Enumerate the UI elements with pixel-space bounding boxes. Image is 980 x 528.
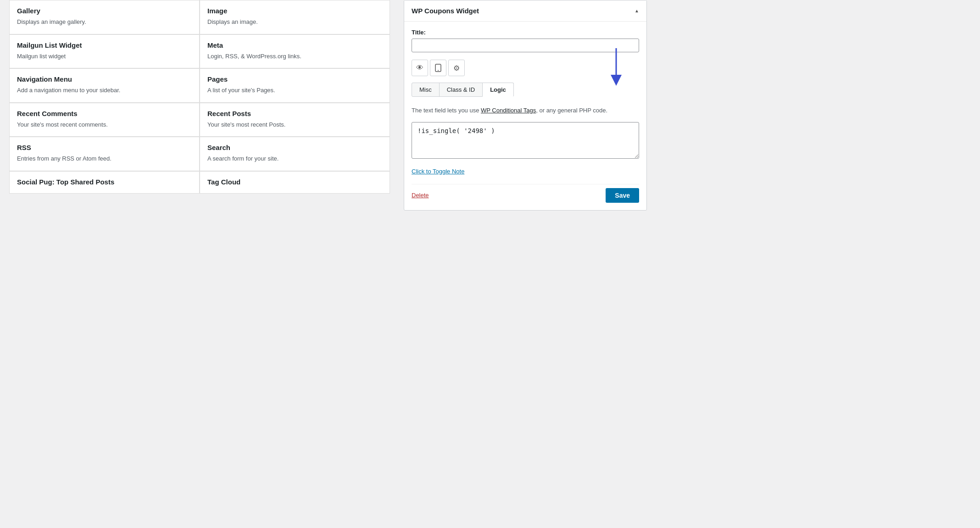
eye-button[interactable]: 👁: [412, 60, 428, 76]
widget-card: GalleryDisplays an image gallery.: [9, 0, 200, 34]
widget-card-title: Gallery: [17, 7, 192, 15]
save-button[interactable]: Save: [606, 188, 639, 203]
widget-box-body: Title: 👁 ⚙: [404, 22, 646, 210]
tab-logic[interactable]: Logic: [482, 83, 514, 97]
widget-card: Recent CommentsYour site's most recent c…: [9, 103, 200, 137]
widget-card: Navigation MenuAdd a navigation menu to …: [9, 68, 200, 103]
svg-point-1: [438, 70, 439, 71]
tab-class-id[interactable]: Class & ID: [439, 83, 483, 97]
logic-textarea[interactable]: [412, 122, 639, 159]
widget-grid: GalleryDisplays an image gallery.ImageDi…: [9, 0, 390, 194]
title-label: Title:: [412, 29, 639, 36]
widget-card-title: Recent Comments: [17, 110, 192, 117]
gear-button[interactable]: ⚙: [448, 60, 465, 76]
widget-card: Mailgun List WidgetMailgun list widget: [9, 34, 200, 69]
widget-list-panel: GalleryDisplays an image gallery.ImageDi…: [0, 0, 399, 528]
title-input[interactable]: [412, 39, 639, 52]
widget-card-desc: Your site's most recent Posts.: [207, 120, 382, 129]
widget-card: SearchA search form for your site.: [200, 137, 390, 171]
widget-card-desc: A list of your site's Pages.: [207, 86, 382, 95]
widget-card-desc: Mailgun list widget: [17, 52, 192, 61]
widget-card: Tag Cloud: [200, 171, 390, 194]
tab-misc[interactable]: Misc: [412, 83, 440, 97]
widget-card: Social Pug: Top Shared Posts: [9, 171, 200, 194]
delete-link[interactable]: Delete: [412, 192, 429, 199]
widget-card-desc: Displays an image gallery.: [17, 17, 192, 27]
toggle-note-link[interactable]: Click to Toggle Note: [412, 168, 639, 175]
widget-card-desc: Login, RSS, & WordPress.org links.: [207, 52, 382, 61]
right-settings-panel: WP Coupons Widget ▲ Title: 👁 ⚙: [399, 0, 656, 528]
widget-card-desc: Your site's most recent comments.: [17, 120, 192, 129]
collapse-icon[interactable]: ▲: [635, 8, 639, 13]
widget-card-title: Recent Posts: [207, 110, 382, 117]
widget-card-desc: Entries from any RSS or Atom feed.: [17, 154, 192, 163]
widget-footer: Delete Save: [412, 184, 639, 203]
widget-box: WP Coupons Widget ▲ Title: 👁 ⚙: [404, 0, 647, 211]
widget-card-title: Pages: [207, 75, 382, 83]
widget-box-header: WP Coupons Widget ▲: [404, 0, 646, 22]
logic-description: The text field lets you use WP Condition…: [412, 106, 639, 116]
widget-card-title: Search: [207, 144, 382, 151]
widget-title: WP Coupons Widget: [412, 7, 479, 15]
widget-card: MetaLogin, RSS, & WordPress.org links.: [200, 34, 390, 69]
widget-card-title: Meta: [207, 41, 382, 49]
logic-tab-content: The text field lets you use WP Condition…: [412, 106, 639, 203]
widget-card: RSSEntries from any RSS or Atom feed.: [9, 137, 200, 171]
widget-card-title: Navigation Menu: [17, 75, 192, 83]
wp-conditional-tags-link[interactable]: WP Conditional Tags: [481, 107, 536, 114]
widget-card: Recent PostsYour site's most recent Post…: [200, 103, 390, 137]
widget-card-desc: A search form for your site.: [207, 154, 382, 163]
widget-card: PagesA list of your site's Pages.: [200, 68, 390, 103]
tab-row: Misc Class & ID Logic: [412, 83, 639, 97]
logic-desc-end: , or any general PHP code.: [536, 107, 607, 114]
logic-desc-start: The text field lets you use: [412, 107, 481, 114]
widget-card-title: Tag Cloud: [207, 178, 382, 186]
widget-card-desc: Displays an image.: [207, 17, 382, 27]
widget-card-title: Social Pug: Top Shared Posts: [17, 178, 192, 186]
widget-card-title: RSS: [17, 144, 192, 151]
icon-row: 👁 ⚙: [412, 60, 639, 76]
widget-card-title: Mailgun List Widget: [17, 41, 192, 49]
widget-card-title: Image: [207, 7, 382, 15]
tab-section: Misc Class & ID Logic: [412, 83, 639, 97]
widget-card: ImageDisplays an image.: [200, 0, 390, 34]
mobile-button[interactable]: [430, 60, 446, 76]
widget-card-desc: Add a navigation menu to your sidebar.: [17, 86, 192, 95]
